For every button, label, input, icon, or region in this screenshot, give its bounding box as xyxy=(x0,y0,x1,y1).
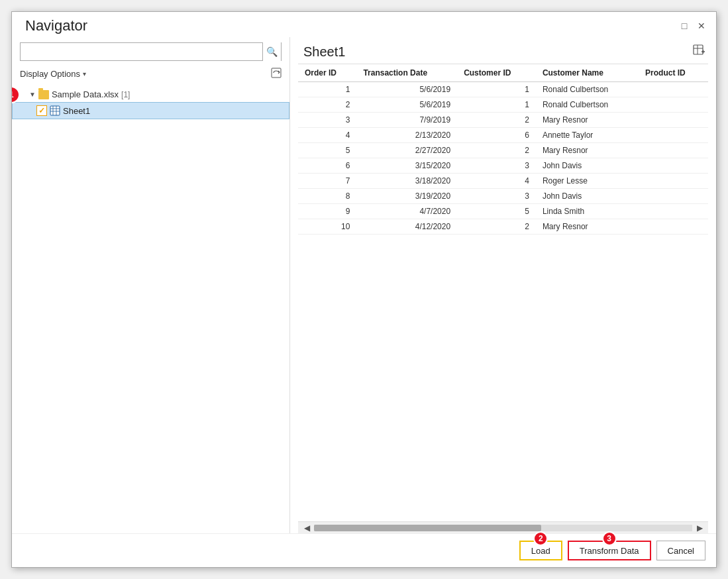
badge-3: 3 xyxy=(602,531,617,546)
table-row: 1 5/6/2019 1 Ronald Culbertson xyxy=(298,82,708,97)
cell-customer-name: John Davis xyxy=(536,158,639,174)
folder-name: Sample Data.xlsx xyxy=(52,89,119,99)
main-content: 🔍 Display Options ▾ xyxy=(12,37,716,533)
cell-product-id xyxy=(639,143,708,158)
title-bar: Navigator □ ✕ xyxy=(12,12,716,37)
cell-customer-id: 4 xyxy=(457,174,536,189)
horizontal-scrollbar[interactable]: ◀ ▶ xyxy=(298,521,708,533)
cell-transaction-date: 3/15/2020 xyxy=(356,158,457,174)
display-options-button[interactable]: Display Options ▾ xyxy=(20,69,86,79)
cell-customer-name: Ronald Culbertson xyxy=(536,82,639,97)
search-bar: 🔍 xyxy=(20,42,282,61)
cell-order-id: 8 xyxy=(298,189,356,204)
col-customer-name: Customer Name xyxy=(536,64,639,82)
load-btn-wrapper: 2 Load xyxy=(519,541,562,560)
folder-arrow-icon: ▼ xyxy=(29,91,36,98)
col-customer-id: Customer ID xyxy=(457,64,536,82)
badge-1: 1 xyxy=(12,86,20,103)
cell-transaction-date: 5/6/2019 xyxy=(356,82,457,97)
scroll-thumb[interactable] xyxy=(314,525,541,531)
cell-customer-name: Mary Resnor xyxy=(536,113,639,128)
cell-transaction-date: 4/12/2020 xyxy=(356,219,457,235)
cell-order-id: 10 xyxy=(298,219,356,235)
table-header: Order ID Transaction Date Customer ID Cu… xyxy=(298,64,708,82)
svg-rect-1 xyxy=(50,106,60,115)
search-input[interactable] xyxy=(21,43,262,60)
col-transaction-date: Transaction Date xyxy=(356,64,457,82)
cell-product-id xyxy=(639,219,708,235)
cell-customer-id: 3 xyxy=(457,158,536,174)
preview-header: Sheet1 xyxy=(290,37,716,64)
col-order-id: Order ID xyxy=(298,64,356,82)
right-panel: Sheet1 Order ID xyxy=(290,37,716,533)
table-row: 4 2/13/2020 6 Annette Taylor xyxy=(298,128,708,143)
cell-transaction-date: 2/13/2020 xyxy=(356,128,457,143)
cell-customer-id: 5 xyxy=(457,204,536,219)
cell-product-id xyxy=(639,82,708,97)
table-row: 5 2/27/2020 2 Mary Resnor xyxy=(298,143,708,158)
cell-product-id xyxy=(639,174,708,189)
sheet-checkbox[interactable] xyxy=(36,105,47,116)
table-row: 3 7/9/2019 2 Mary Resnor xyxy=(298,113,708,128)
data-table-container[interactable]: Order ID Transaction Date Customer ID Cu… xyxy=(298,64,708,521)
minimize-button[interactable]: □ xyxy=(678,19,691,32)
svg-rect-0 xyxy=(272,68,281,78)
search-icon-btn[interactable]: 🔍 xyxy=(262,42,281,61)
cell-order-id: 3 xyxy=(298,113,356,128)
cell-customer-id: 1 xyxy=(457,82,536,97)
scroll-left-arrow[interactable]: ◀ xyxy=(301,522,313,534)
footer: 2 Load 3 Transform Data Cancel xyxy=(12,533,716,567)
cell-customer-name: Annette Taylor xyxy=(536,128,639,143)
cell-customer-name: Linda Smith xyxy=(536,204,639,219)
cell-customer-name: John Davis xyxy=(536,189,639,204)
cell-order-id: 1 xyxy=(298,82,356,97)
table-icon xyxy=(50,105,60,116)
cell-order-id: 9 xyxy=(298,204,356,219)
cell-product-id xyxy=(639,97,708,113)
table-row: 6 3/15/2020 3 John Davis xyxy=(298,158,708,174)
table-row: 9 4/7/2020 5 Linda Smith xyxy=(298,204,708,219)
file-tree: 1 ▼ Sample Data.xlsx [1] xyxy=(12,84,289,533)
cell-product-id xyxy=(639,158,708,174)
cell-order-id: 2 xyxy=(298,97,356,113)
table-row: 8 3/19/2020 3 John Davis xyxy=(298,189,708,204)
sheet-icon xyxy=(50,105,60,116)
cell-customer-id: 1 xyxy=(457,97,536,113)
cell-customer-name: Mary Resnor xyxy=(536,143,639,158)
cell-order-id: 6 xyxy=(298,158,356,174)
cell-product-id xyxy=(639,204,708,219)
data-table: Order ID Transaction Date Customer ID Cu… xyxy=(298,64,708,235)
folder-row[interactable]: 1 ▼ Sample Data.xlsx [1] xyxy=(12,87,289,102)
table-row: 2 5/6/2019 1 Ronald Culbertson xyxy=(298,97,708,113)
cell-product-id xyxy=(639,113,708,128)
table-row: 10 4/12/2020 2 Mary Resnor xyxy=(298,219,708,235)
cell-customer-name: Ronald Culbertson xyxy=(536,97,639,113)
close-button[interactable]: ✕ xyxy=(695,19,708,32)
preview-action-icon[interactable] xyxy=(692,44,705,60)
cell-transaction-date: 7/9/2019 xyxy=(356,113,457,128)
cancel-button[interactable]: Cancel xyxy=(656,541,705,560)
cell-customer-name: Mary Resnor xyxy=(536,219,639,235)
sheet-name: Sheet1 xyxy=(63,106,90,116)
cell-order-id: 7 xyxy=(298,174,356,189)
left-panel: 🔍 Display Options ▾ xyxy=(12,37,290,533)
refresh-icon xyxy=(271,68,282,78)
scroll-track[interactable] xyxy=(314,525,692,531)
cell-customer-id: 2 xyxy=(457,143,536,158)
display-options-label: Display Options xyxy=(20,69,80,79)
refresh-icon-btn[interactable] xyxy=(271,68,282,80)
cell-transaction-date: 3/19/2020 xyxy=(356,189,457,204)
cell-order-id: 4 xyxy=(298,128,356,143)
sheet-row[interactable]: Sheet1 xyxy=(12,102,289,119)
cell-customer-name: Roger Lesse xyxy=(536,174,639,189)
badge-2: 2 xyxy=(533,531,548,546)
cell-transaction-date: 4/7/2020 xyxy=(356,204,457,219)
cell-order-id: 5 xyxy=(298,143,356,158)
cell-customer-id: 3 xyxy=(457,189,536,204)
svg-rect-6 xyxy=(694,45,703,54)
options-row: Display Options ▾ xyxy=(12,66,289,84)
cell-transaction-date: 5/6/2019 xyxy=(356,97,457,113)
scroll-right-arrow[interactable]: ▶ xyxy=(694,522,705,534)
preview-title: Sheet1 xyxy=(303,44,345,60)
table-row: 7 3/18/2020 4 Roger Lesse xyxy=(298,174,708,189)
